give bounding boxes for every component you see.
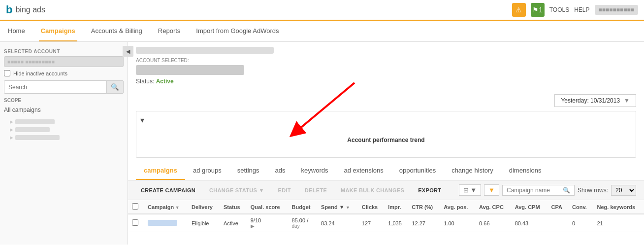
th-avg-pos[interactable]: Avg. pos. <box>440 200 475 214</box>
conv-cell: 0 <box>568 214 593 232</box>
sidebar-collapse-btn[interactable]: ◀ <box>123 46 133 57</box>
table-toolbar: CREATE CAMPAIGN CHANGE STATUS ▼ EDIT DEL… <box>128 180 644 200</box>
search-magnifier-icon: 🔍 <box>563 187 570 194</box>
create-campaign-btn[interactable]: CREATE CAMPAIGN <box>136 185 200 195</box>
th-neg-keywords[interactable]: Neg. keywords <box>593 200 644 214</box>
logo-area: b bing ads <box>6 3 45 16</box>
th-campaign[interactable]: Campaign <box>144 200 188 214</box>
nav-home[interactable]: Home <box>6 21 27 41</box>
tab-ad-extensions[interactable]: ad extensions <box>336 162 391 180</box>
impr-cell: 1,035 <box>384 214 408 232</box>
neg-keywords-cell: 21 <box>593 214 644 232</box>
budget-cell: 85.00 / day <box>288 214 318 232</box>
th-spend[interactable]: Spend ▼ <box>317 200 358 214</box>
tab-campaigns[interactable]: campaigns <box>136 162 185 180</box>
nav-campaigns[interactable]: Campaigns <box>39 21 77 41</box>
sidebar-search-input[interactable] <box>4 81 106 93</box>
make-bulk-changes-btn[interactable]: MAKE BULK CHANGES <box>336 185 409 195</box>
help-link[interactable]: HELP <box>574 6 589 13</box>
all-campaigns-item[interactable]: All campaigns <box>4 105 124 115</box>
flag-icon-btn[interactable]: ⚑1 <box>531 3 545 17</box>
qual-score-play-icon[interactable]: ▶ <box>251 223 284 229</box>
toolbar-right: ⊞ ▼ ▼ 🔍 Show rows: 20 50 100 <box>459 184 636 196</box>
campaigns-table: Campaign Delivery Status Qual. score Bud… <box>128 200 644 232</box>
account-info-blur <box>136 65 244 75</box>
th-avg-cpc[interactable]: Avg. CPC <box>475 200 511 214</box>
account-header: ACCOUNT SELECTED: Status: Active <box>128 42 644 90</box>
scope-label: SCOPE <box>4 98 124 103</box>
qual-score-cell: 9/10 ▶ <box>247 214 288 232</box>
sidebar-search-btn[interactable]: 🔍 <box>106 81 123 93</box>
edit-btn[interactable]: EDIT <box>273 185 296 195</box>
hide-inactive-checkbox[interactable] <box>4 70 10 76</box>
columns-filter-btn[interactable]: ⊞ ▼ <box>459 184 481 196</box>
th-delivery[interactable]: Delivery <box>188 200 220 214</box>
campaign-search-box: 🔍 <box>502 185 575 196</box>
hide-inactive-label: Hide inactive accounts <box>13 71 67 76</box>
clicks-cell: 127 <box>358 214 384 232</box>
search-row: 🔍 <box>4 80 124 94</box>
nav-reports[interactable]: Reports <box>156 21 183 41</box>
select-all-checkbox[interactable] <box>132 203 138 210</box>
nav-bar: Home Campaigns Accounts & Billing Report… <box>0 21 644 42</box>
tab-keywords[interactable]: keywords <box>293 162 336 180</box>
tools-link[interactable]: TOOLS <box>549 6 569 13</box>
layout: ◀ SELECTED ACCOUNT ■■■■■ ■■■■■■■■■ Hide … <box>0 42 644 245</box>
th-budget[interactable]: Budget <box>288 200 318 214</box>
tab-opportunities[interactable]: opportunities <box>391 162 444 180</box>
sidebar-campaign-item-1[interactable] <box>4 118 124 126</box>
sidebar-campaign-item-2[interactable] <box>4 126 124 134</box>
tab-ads[interactable]: ads <box>267 162 293 180</box>
filter-btn[interactable]: ▼ <box>484 184 499 196</box>
status-label: Status: <box>136 78 154 85</box>
date-picker-btn[interactable]: Yesterday: 10/31/2013 ▼ <box>554 94 636 107</box>
campaign-name-cell[interactable] <box>144 214 188 232</box>
campaign-name-blur <box>148 220 177 226</box>
top-bar: b bing ads ⚠ ⚑1 TOOLS HELP ■■■■■■■■■■ <box>0 0 644 21</box>
status-row: Status: Active <box>136 78 636 85</box>
th-impr[interactable]: Impr. <box>384 200 408 214</box>
show-rows-label: Show rows: <box>578 187 608 194</box>
hide-inactive-row: Hide inactive accounts <box>4 70 124 76</box>
status-cell: Active <box>220 214 247 232</box>
th-status[interactable]: Status <box>220 200 247 214</box>
th-avg-cpm[interactable]: Avg. CPM <box>511 200 547 214</box>
delivery-cell: Eligible <box>188 214 220 232</box>
budget-value: 85.00 / <box>292 217 314 223</box>
date-picker-label: Yesterday: 10/31/2013 <box>561 97 620 104</box>
alert-icon-btn[interactable]: ⚠ <box>512 3 526 17</box>
th-conv[interactable]: Conv. <box>568 200 593 214</box>
show-rows-select[interactable]: 20 50 100 <box>611 185 636 196</box>
row-checkbox[interactable] <box>132 219 138 226</box>
row-checkbox-cell <box>128 214 144 232</box>
avg-cpc-cell: 0.66 <box>475 214 511 232</box>
chart-title: Account performance trend <box>140 127 632 153</box>
qual-score-value: 9/10 <box>251 217 284 223</box>
spend-cell: 83.24 <box>317 214 358 232</box>
selected-account-label: SELECTED ACCOUNT <box>4 49 124 54</box>
th-qual-score[interactable]: Qual. score <box>247 200 288 214</box>
campaign-search-input[interactable] <box>507 187 561 194</box>
th-clicks[interactable]: Clicks <box>358 200 384 214</box>
nav-import[interactable]: Import from Google AdWords <box>194 21 281 41</box>
change-status-btn[interactable]: CHANGE STATUS ▼ <box>204 185 269 195</box>
tab-settings[interactable]: settings <box>229 162 267 180</box>
th-ctr[interactable]: CTR (%) <box>408 200 440 214</box>
export-btn[interactable]: EXPORT <box>413 185 446 195</box>
date-picker-row: Yesterday: 10/31/2013 ▼ <box>128 90 644 111</box>
delete-btn[interactable]: DELETE <box>300 185 332 195</box>
main-content: ACCOUNT SELECTED: Status: Active Yesterd… <box>128 42 644 245</box>
budget-period: day <box>292 223 314 229</box>
account-select-row: ■■■■■ ■■■■■■■■■ <box>4 56 124 67</box>
tab-change-history[interactable]: change history <box>444 162 501 180</box>
tab-ad-groups[interactable]: ad groups <box>185 162 229 180</box>
sidebar-campaign-item-3[interactable] <box>4 134 124 141</box>
chart-toggle-btn[interactable]: ▾ <box>140 115 632 125</box>
nav-accounts-billing[interactable]: Accounts & Billing <box>89 21 144 41</box>
logo-text: bing ads <box>15 5 45 14</box>
th-cpa[interactable]: CPA <box>547 200 568 214</box>
account-select-dropdown[interactable]: ■■■■■ ■■■■■■■■■ <box>4 56 124 67</box>
table-header-row: Campaign Delivery Status Qual. score Bud… <box>128 200 644 214</box>
tab-bar: campaigns ad groups settings ads keyword… <box>128 162 644 180</box>
tab-dimensions[interactable]: dimensions <box>501 162 549 180</box>
